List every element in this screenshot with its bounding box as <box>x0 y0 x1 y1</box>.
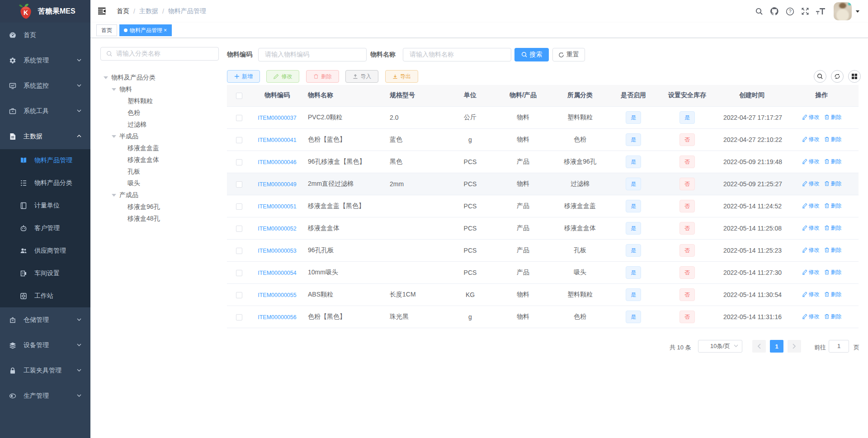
svg-text:?: ? <box>788 9 791 14</box>
svg-text:K: K <box>24 9 28 16</box>
